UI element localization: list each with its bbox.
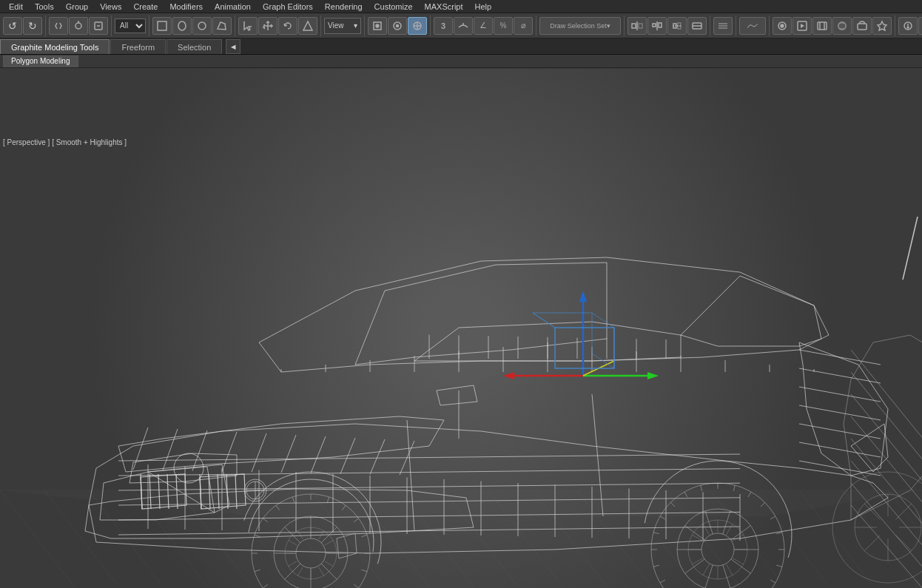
render-setup-button[interactable] [773, 17, 792, 35]
select-fence-button[interactable] [212, 17, 232, 35]
tab-graphite[interactable]: Graphite Modeling Tools [0, 39, 110, 54]
svg-point-44 [907, 27, 909, 28]
spinner-snap-button[interactable]: ⌀ [514, 17, 533, 35]
ribbon-tab-bar: Graphite Modeling Tools Freeform Selecti… [0, 38, 922, 55]
menu-bar: Edit Tools Group Views Create Modifiers … [0, 0, 922, 13]
svg-rect-4 [158, 21, 166, 30]
ref-coord-group: View ▾ [324, 16, 365, 36]
menu-tools[interactable]: Tools [29, 1, 60, 12]
render-frame-button[interactable] [812, 17, 832, 35]
tab-selection[interactable]: Selection [166, 39, 222, 54]
layer-button[interactable] [713, 17, 733, 35]
named-sel-button[interactable]: Draw Selection Set ▾ [539, 17, 621, 35]
undo-redo-group: ↺ ↻ [3, 16, 46, 36]
menu-edit[interactable]: Edit [3, 1, 29, 12]
rotate-button[interactable] [278, 17, 297, 35]
curve-editor-icon [747, 20, 758, 32]
dropdown-arrow-icon: ▾ [354, 21, 357, 30]
pivot2-icon [391, 20, 403, 32]
render-frame-icon [816, 20, 828, 32]
environment-button[interactable] [852, 17, 872, 35]
tab-freeform[interactable]: Freeform [110, 39, 166, 54]
svg-point-6 [198, 22, 206, 30]
menu-animation[interactable]: Animation [209, 1, 257, 12]
angle-snap-button[interactable]: ∠ [474, 17, 493, 35]
percent-snap-button[interactable]: % [494, 17, 513, 35]
scale-button[interactable] [298, 17, 317, 35]
menu-help[interactable]: Help [469, 1, 498, 12]
select-icon [242, 20, 254, 32]
select-lasso-button[interactable] [172, 17, 192, 35]
named-selection-group: Draw Selection Set ▾ [539, 16, 625, 36]
rect-select-icon [156, 20, 168, 32]
undo-icon: ↺ [8, 20, 17, 32]
menu-maxscript[interactable]: MAXScript [419, 1, 469, 12]
svg-rect-24 [659, 23, 662, 27]
menu-rendering[interactable]: Rendering [319, 1, 369, 12]
mirror-icon [631, 20, 643, 32]
menu-group[interactable]: Group [60, 1, 95, 12]
menu-views[interactable]: Views [94, 1, 127, 12]
render-setup-icon [776, 20, 788, 32]
pivot-icon [371, 20, 383, 32]
svg-point-12 [376, 24, 379, 27]
view-label: View [328, 21, 344, 30]
menu-customize[interactable]: Customize [369, 1, 419, 12]
extra1-button[interactable] [898, 17, 918, 35]
extra1-icon [902, 20, 914, 32]
align3-button[interactable] [687, 17, 707, 35]
render-effects-icon [876, 20, 888, 32]
menu-create[interactable]: Create [127, 1, 164, 12]
pivot3-button[interactable] [408, 17, 427, 35]
svg-point-14 [397, 24, 399, 27]
menu-modifiers[interactable]: Modifiers [164, 1, 209, 12]
undo-button[interactable]: ↺ [3, 17, 22, 35]
pivot-button[interactable] [368, 17, 387, 35]
select-button[interactable] [238, 17, 258, 35]
mirror-button[interactable] [627, 17, 647, 35]
curve-editor-button[interactable] [739, 17, 766, 35]
collapse-icon: ◄ [229, 42, 238, 51]
snap-surface-button[interactable] [454, 17, 473, 35]
bind-button[interactable] [89, 17, 108, 35]
redo-button[interactable]: ↻ [23, 17, 42, 35]
render-button[interactable] [793, 17, 812, 35]
svg-rect-20 [632, 24, 636, 28]
pivot2-button[interactable] [388, 17, 407, 35]
viewport[interactable]: [ Perspective ] [ Smooth + Highlights ] [0, 69, 922, 588]
main-toolbar: ↺ ↻ All [0, 13, 922, 38]
render-icon [796, 20, 808, 32]
named-sel-label: Draw Selection Set [550, 22, 607, 30]
link-button[interactable] [49, 17, 68, 35]
ref-coord-dropdown[interactable]: View ▾ [324, 18, 361, 34]
tab-selection-label: Selection [178, 43, 211, 52]
ribbon-collapse-button[interactable]: ◄ [226, 39, 240, 54]
fence-select-icon [216, 20, 228, 32]
environment-icon [856, 20, 868, 32]
extra2-button[interactable] [918, 17, 922, 35]
snap-3d-button[interactable]: 3 [434, 17, 453, 35]
named-sel-arrow-icon: ▾ [607, 22, 610, 30]
render-effects-button[interactable] [872, 17, 892, 35]
menu-graph-editors[interactable]: Graph Editors [257, 1, 319, 12]
car-viewport-canvas [0, 69, 922, 588]
bind-icon [92, 20, 104, 32]
align2-button[interactable] [667, 17, 687, 35]
layer-group [713, 16, 736, 36]
svg-marker-7 [218, 22, 226, 30]
subtab-polygon-label: Polygon Modeling [11, 57, 70, 65]
snap-group: 3 ∠ % ⌀ [434, 16, 536, 36]
filter-dropdown[interactable]: All [115, 18, 146, 33]
mirror-align-group [627, 16, 710, 36]
sub-tab-bar: Polygon Modeling [0, 55, 922, 68]
pivot-group [368, 16, 431, 36]
material-editor-button[interactable] [832, 17, 852, 35]
subtab-polygon-modeling[interactable]: Polygon Modeling [3, 55, 78, 67]
select-circle-button[interactable] [192, 17, 212, 35]
curve-editor-group [739, 16, 770, 36]
svg-point-0 [75, 23, 81, 29]
move-button[interactable] [258, 17, 277, 35]
unlink-button[interactable] [69, 17, 88, 35]
select-rect-button[interactable] [152, 17, 172, 35]
align-button[interactable] [647, 17, 667, 35]
